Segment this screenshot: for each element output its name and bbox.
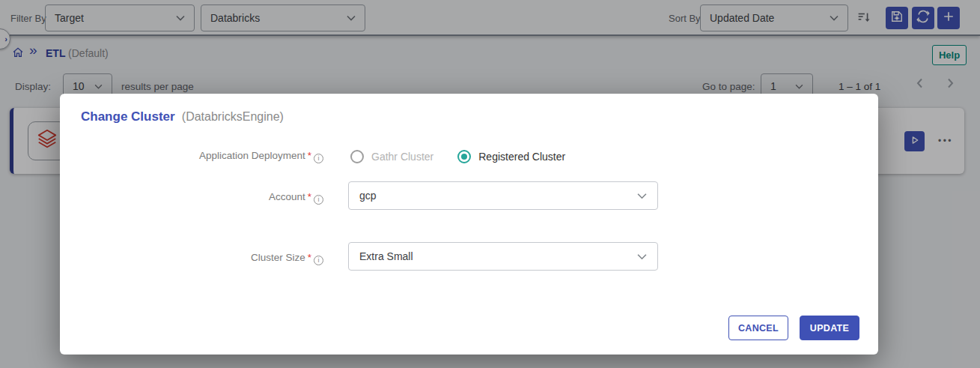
info-icon[interactable] (314, 256, 323, 265)
change-cluster-modal: Change Cluster (DatabricksEngine) Applic… (60, 94, 878, 355)
cancel-button[interactable]: CANCEL (728, 316, 788, 340)
account-label: Account* (60, 191, 323, 205)
cluster-size-dropdown[interactable]: Extra Small (348, 242, 658, 271)
modal-title: Change Cluster (DatabricksEngine) (81, 109, 284, 124)
radio-gathr-cluster[interactable]: Gathr Cluster (350, 150, 433, 163)
required-asterisk: * (308, 150, 311, 161)
radio-label: Gathr Cluster (371, 151, 433, 163)
account-value: gcp (359, 190, 377, 202)
chevron-down-icon (637, 190, 647, 202)
radio-unselected-icon (350, 150, 364, 163)
cluster-size-label: Cluster Size* (60, 252, 323, 265)
account-dropdown[interactable]: gcp (348, 181, 658, 210)
radio-selected-icon (457, 150, 471, 163)
radio-label: Registered Cluster (478, 151, 565, 163)
radio-registered-cluster[interactable]: Registered Cluster (457, 150, 565, 163)
info-icon[interactable] (314, 195, 323, 205)
required-asterisk: * (308, 252, 311, 263)
chevron-down-icon (637, 250, 647, 262)
app-screen: Filter By Target Databricks Sort By Upda… (0, 0, 980, 368)
cluster-size-value: Extra Small (359, 250, 413, 262)
application-deployment-radiogroup: Gathr Cluster Registered Cluster (350, 148, 565, 166)
info-icon[interactable] (314, 154, 323, 163)
application-deployment-label: Application Deployment* (60, 150, 323, 163)
required-asterisk: * (308, 191, 311, 202)
update-button[interactable]: UPDATE (800, 316, 859, 340)
modal-subtitle: (DatabricksEngine) (178, 110, 284, 123)
